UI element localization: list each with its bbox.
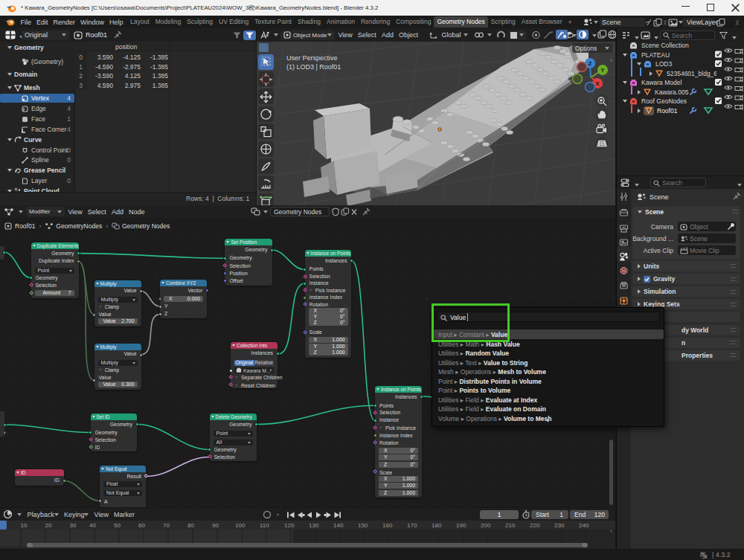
svg-text:Y: Y: [600, 67, 605, 74]
svg-text:Z: Z: [589, 60, 592, 67]
svg-text:X: X: [595, 80, 600, 87]
